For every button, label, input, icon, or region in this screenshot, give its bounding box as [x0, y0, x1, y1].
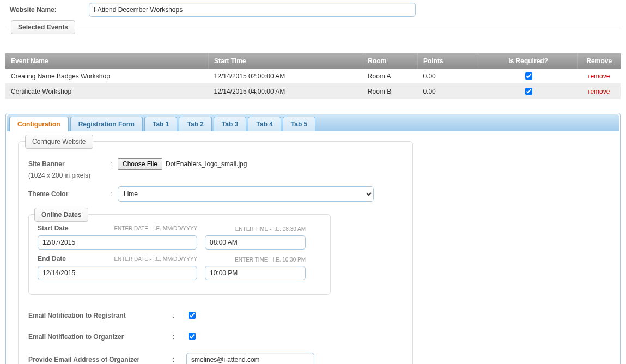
col-event-name: Event Name: [5, 53, 209, 69]
cell-required: [479, 84, 578, 99]
online-dates-legend: Online Dates: [34, 208, 88, 222]
start-time-input[interactable]: [205, 235, 306, 250]
tab-registration-form[interactable]: Registration Form: [70, 117, 143, 131]
cell-event-name: Creating Name Badges Workshop: [5, 69, 209, 84]
start-date-row: Start Date ENTER DATE - I.E. MM/DD/YYYY …: [38, 225, 321, 250]
choose-file-button[interactable]: Choose File: [118, 158, 162, 170]
theme-color-row: Theme Color : Lime: [28, 184, 403, 204]
website-name-row: Website Name:: [5, 0, 621, 23]
tab-tab-2[interactable]: Tab 2: [179, 117, 211, 131]
organizer-email-label: Provide Email Address of Organizer: [28, 356, 173, 363]
tab-header: ConfigurationRegistration FormTab 1Tab 2…: [7, 114, 619, 131]
site-banner-label-text: Site Banner: [28, 160, 65, 168]
remove-link[interactable]: remove: [588, 88, 610, 95]
email-organizer-checkbox[interactable]: [189, 333, 196, 340]
organizer-email-input[interactable]: [186, 353, 314, 364]
cell-remove: remove: [578, 69, 621, 84]
selected-events-fieldset: Selected Events Event Name Start Time Ro…: [5, 27, 621, 99]
configure-website-legend: Configure Website: [25, 135, 93, 149]
required-checkbox[interactable]: [525, 88, 532, 95]
site-banner-hint: (1024 x 200 in pixels): [28, 172, 403, 179]
website-name-input[interactable]: [89, 3, 416, 17]
cell-start-time: 12/14/2015 04:00:00 AM: [209, 84, 362, 99]
col-required: Is Required?: [479, 53, 578, 69]
tab-tab-4[interactable]: Tab 4: [248, 117, 281, 131]
start-date-label: Start Date: [38, 225, 69, 232]
col-room: Room: [362, 53, 418, 69]
site-banner-label: Site Banner: [28, 160, 110, 168]
tab-tab-1[interactable]: Tab 1: [144, 117, 177, 131]
end-date-hint: ENTER DATE - I.E. MM/DD/YYYY: [114, 256, 197, 262]
end-date-label: End Date: [38, 255, 66, 263]
table-row: Certificate Workshop12/14/2015 04:00:00 …: [5, 84, 621, 99]
table-row: Creating Name Badges Workshop12/14/2015 …: [5, 69, 621, 84]
cell-room: Room B: [362, 84, 418, 99]
tab-container: ConfigurationRegistration FormTab 1Tab 2…: [5, 113, 621, 364]
theme-color-label: Theme Color: [28, 190, 110, 198]
configure-website-fieldset: Configure Website Site Banner : Choose F…: [18, 141, 413, 364]
cell-room: Room A: [362, 69, 418, 84]
theme-color-select-wrap[interactable]: Lime: [118, 186, 374, 202]
website-name-label: Website Name:: [10, 6, 89, 14]
end-time-hint: ENTER TIME - I.E. 10:30 PM: [205, 257, 306, 263]
cell-start-time: 12/14/2015 02:00:00 AM: [209, 69, 362, 84]
selected-events-legend: Selected Events: [11, 20, 75, 34]
cell-points: 0.00: [417, 69, 479, 84]
cell-required: [479, 69, 578, 84]
online-dates-fieldset: Online Dates Start Date ENTER DATE - I.E…: [28, 214, 331, 295]
site-banner-row: Site Banner : Choose File DotEnablers_lo…: [28, 155, 403, 173]
col-points: Points: [417, 53, 479, 69]
organizer-email-row: Provide Email Address of Organizer :: [28, 347, 403, 364]
start-time-hint: ENTER TIME - I.E. 08:30 AM: [205, 226, 306, 232]
start-date-hint: ENTER DATE - I.E. MM/DD/YYYY: [114, 226, 197, 232]
cell-points: 0.00: [417, 84, 479, 99]
col-start-time: Start Time: [209, 53, 362, 69]
email-organizer-label: Email Notification to Organizer: [28, 333, 173, 341]
tab-tab-3[interactable]: Tab 3: [214, 117, 246, 131]
events-table: Event Name Start Time Room Points Is Req…: [5, 53, 621, 99]
email-registrant-label: Email Notification to Registrant: [28, 312, 173, 319]
tab-configuration[interactable]: Configuration: [9, 117, 69, 131]
end-time-input[interactable]: [205, 266, 306, 280]
end-date-input[interactable]: [38, 266, 197, 280]
col-remove: Remove: [578, 53, 621, 69]
cell-remove: remove: [578, 84, 621, 99]
required-checkbox[interactable]: [525, 72, 532, 80]
end-date-row: End Date ENTER DATE - I.E. MM/DD/YYYY EN…: [38, 255, 321, 280]
email-registrant-checkbox[interactable]: [189, 312, 196, 319]
remove-link[interactable]: remove: [588, 72, 610, 80]
tab-tab-5[interactable]: Tab 5: [283, 117, 315, 131]
start-date-input[interactable]: [38, 235, 197, 250]
email-organizer-row: Email Notification to Organizer :: [28, 326, 403, 347]
theme-color-select[interactable]: Lime: [118, 187, 373, 201]
tab-body: Configure Website Site Banner : Choose F…: [7, 131, 619, 364]
events-header-row: Event Name Start Time Room Points Is Req…: [5, 53, 621, 69]
selected-file-name: DotEnablers_logo_small.jpg: [166, 160, 247, 168]
email-registrant-row: Email Notification to Registrant :: [28, 305, 403, 326]
cell-event-name: Certificate Workshop: [5, 84, 209, 99]
